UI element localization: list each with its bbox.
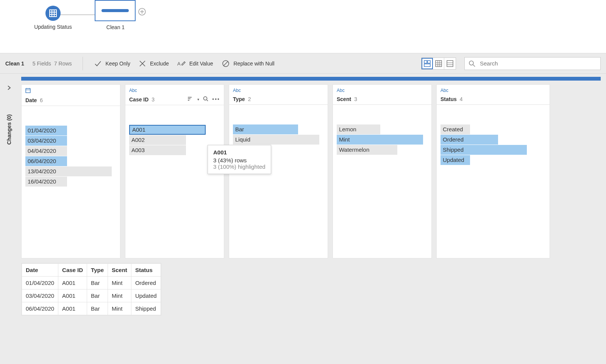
value-bar[interactable]: A001: [129, 125, 206, 135]
field-header[interactable]: Type2: [233, 96, 324, 102]
cell: Shipped: [131, 302, 161, 315]
field-header[interactable]: Case ID3▾•••: [129, 96, 220, 103]
field-card: AbcStatus4CreatedOrderedShippedUpdated: [436, 84, 550, 258]
value-bar[interactable]: Bar: [233, 124, 298, 134]
column-header[interactable]: Type: [87, 264, 108, 277]
flow-node-source[interactable]: Updating Status: [23, 6, 83, 30]
view-grid-button[interactable]: [433, 58, 444, 69]
value-list: LemonMintWatermelon: [337, 110, 428, 155]
changes-label: Changes (0): [6, 114, 12, 145]
chevron-right-icon: [6, 85, 12, 90]
tooltip-title: A001: [213, 149, 266, 156]
cell: Mint: [108, 289, 131, 302]
value-bar[interactable]: 03/04/2020: [25, 136, 67, 146]
field-type-label: Abc: [440, 88, 546, 93]
value-list: BarLiquid: [233, 110, 324, 145]
field-header[interactable]: Status4: [440, 96, 546, 102]
sort-dropdown[interactable]: ▾: [197, 97, 199, 101]
value-bar[interactable]: Liquid: [233, 135, 319, 145]
column-header[interactable]: Status: [131, 264, 161, 277]
cell: A001: [58, 289, 87, 302]
svg-line-13: [223, 61, 228, 66]
svg-rect-17: [436, 61, 442, 67]
value-bar[interactable]: Updated: [440, 155, 470, 165]
value-bar[interactable]: Created: [440, 124, 470, 134]
svg-point-25: [469, 61, 473, 65]
cell: Mint: [108, 302, 131, 315]
profile-pane: Date601/04/202003/04/202004/04/202006/04…: [18, 74, 606, 364]
distinct-count: 3: [152, 96, 155, 103]
field-name: Status: [440, 96, 457, 102]
field-header[interactable]: Scent3: [337, 96, 428, 102]
data-grid: DateCase IDTypeScentStatus 01/04/2020A00…: [21, 263, 161, 316]
value-bar[interactable]: Lemon: [337, 124, 380, 134]
keep-only-button[interactable]: Keep Only: [94, 59, 130, 68]
cell: A001: [58, 302, 87, 315]
value-list: CreatedOrderedShippedUpdated: [440, 110, 546, 165]
value-bar[interactable]: A002: [129, 135, 186, 145]
svg-point-34: [204, 97, 207, 100]
column-header[interactable]: Date: [22, 264, 58, 277]
edit-value-button[interactable]: A Edit Value: [177, 60, 213, 67]
search-icon: [469, 60, 475, 67]
view-list-button[interactable]: [444, 58, 456, 69]
distinct-count: 2: [248, 96, 251, 102]
distinct-count: 6: [40, 97, 43, 103]
changes-panel-collapsed: Changes (0): [0, 74, 18, 364]
cell: A001: [58, 277, 87, 289]
toolbar: Clean 1 5 Fields 7 Rows Keep Only Exclud…: [0, 53, 606, 74]
value-list: 01/04/202003/04/202004/04/202006/04/2020…: [25, 111, 116, 187]
value-bar[interactable]: A003: [129, 145, 186, 155]
expand-changes-button[interactable]: [6, 85, 12, 92]
search-box[interactable]: [464, 57, 601, 70]
flow-node-clean[interactable]: Clean 1: [95, 0, 136, 30]
check-icon: [94, 59, 102, 68]
tooltip-highlighted: 3 (100%) highlighted: [213, 163, 266, 170]
search-input[interactable]: [479, 60, 597, 67]
field-actions: ▾•••: [187, 96, 220, 103]
cell: Bar: [87, 289, 108, 302]
value-bar[interactable]: 16/04/2020: [25, 177, 67, 187]
view-profile-button[interactable]: [422, 58, 433, 69]
field-type-label: Abc: [233, 88, 324, 93]
divider: [125, 105, 224, 105]
value-bar[interactable]: 01/04/2020: [25, 126, 67, 135]
cell: 01/04/2020: [22, 277, 58, 289]
value-bar[interactable]: Ordered: [440, 135, 498, 145]
more-button[interactable]: •••: [212, 96, 220, 103]
value-bar[interactable]: Watermelon: [337, 145, 397, 155]
replace-null-button[interactable]: Replace with Null: [222, 59, 275, 68]
clean-step-icon: [95, 0, 136, 21]
cell: Updated: [131, 289, 161, 302]
flow-node-label: Updating Status: [23, 24, 83, 30]
calendar-icon: [25, 88, 31, 93]
column-header[interactable]: Case ID: [58, 264, 87, 277]
exclude-button[interactable]: Exclude: [139, 60, 169, 67]
add-step-button[interactable]: [138, 8, 146, 16]
value-bar[interactable]: Shipped: [440, 145, 527, 155]
column-header[interactable]: Scent: [108, 264, 131, 277]
svg-rect-14: [424, 61, 427, 63]
sort-button[interactable]: [187, 96, 194, 103]
cell: Mint: [108, 277, 131, 289]
x-icon: [139, 60, 146, 67]
flow-node-label: Clean 1: [95, 24, 136, 30]
table-row[interactable]: 01/04/2020A001BarMintOrdered: [22, 277, 161, 289]
find-button[interactable]: [203, 96, 208, 103]
table-row[interactable]: 06/04/2020A001BarMintShipped: [22, 302, 161, 315]
cell: Bar: [87, 302, 108, 315]
table-row[interactable]: 03/04/2020A001BarMintUpdated: [22, 289, 161, 302]
field-header[interactable]: Date6: [25, 97, 116, 103]
value-bar[interactable]: 06/04/2020: [25, 156, 67, 166]
value-bar[interactable]: 13/04/2020: [25, 166, 112, 176]
field-type-label: [25, 88, 116, 94]
rows-count: 7 Rows: [54, 61, 72, 67]
edit-icon: A: [177, 60, 186, 67]
value-bar[interactable]: 04/04/2020: [25, 146, 67, 156]
null-icon: [222, 59, 230, 68]
field-name: Date: [25, 97, 37, 103]
value-bar[interactable]: Mint: [337, 135, 423, 145]
datasource-icon: [45, 6, 61, 21]
svg-rect-27: [26, 89, 30, 93]
field-card: AbcScent3LemonMintWatermelon: [333, 84, 432, 258]
